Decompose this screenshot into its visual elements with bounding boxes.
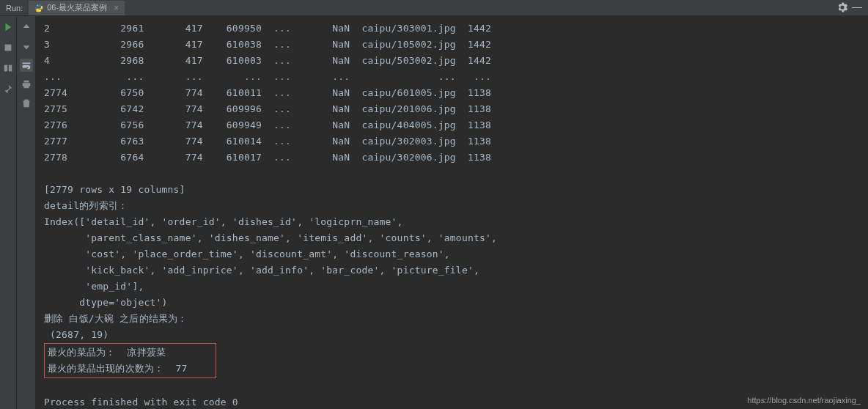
svg-point-0	[37, 4, 38, 5]
soft-wrap-button[interactable]	[20, 59, 33, 72]
svg-rect-3	[4, 65, 7, 72]
print-button[interactable]	[20, 78, 33, 91]
run-toolbar	[16, 16, 35, 409]
rerun-button[interactable]	[1, 21, 15, 34]
minimize-button[interactable]: —	[852, 1, 862, 12]
up-arrow-button[interactable]	[20, 21, 33, 34]
pin-button[interactable]	[1, 82, 15, 95]
run-left-gutter	[0, 16, 16, 409]
run-label: Run:	[0, 4, 29, 12]
watermark: https://blog.csdn.net/raojiaxing_	[747, 396, 861, 405]
svg-rect-2	[5, 45, 12, 51]
python-file-icon	[34, 4, 43, 12]
svg-rect-4	[9, 65, 12, 72]
svg-point-1	[40, 10, 41, 11]
down-arrow-button[interactable]	[20, 40, 33, 53]
layout-button[interactable]	[1, 62, 15, 75]
run-tab-bar: Run: 06-最火菜品案例 × —	[0, 0, 868, 16]
run-tab[interactable]: 06-最火菜品案例 ×	[29, 1, 125, 15]
console-output[interactable]: 2 2961 417 609950 ... NaN caipu/303001.j…	[35, 16, 868, 409]
close-icon[interactable]: ×	[114, 3, 119, 13]
stop-button[interactable]	[1, 41, 15, 54]
highlighted-result: 最火的菜品为： 凉拌菠菜 最火的菜品出现的次数为： 77	[44, 343, 216, 378]
tab-title: 06-最火菜品案例	[47, 2, 107, 13]
settings-button[interactable]	[837, 2, 847, 15]
delete-button[interactable]	[20, 97, 33, 110]
